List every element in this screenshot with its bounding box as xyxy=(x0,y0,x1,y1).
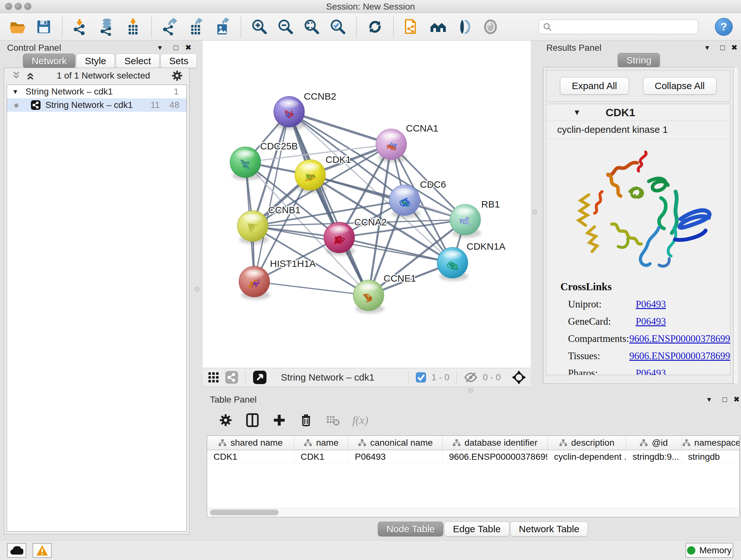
import-table-button[interactable] xyxy=(124,17,142,36)
column-header-database-identifier[interactable]: database identifier xyxy=(443,436,548,450)
memory-button[interactable]: Memory xyxy=(685,543,733,558)
tab-select[interactable]: Select xyxy=(116,54,159,68)
gear-icon[interactable] xyxy=(218,413,233,428)
column-header-name[interactable]: name xyxy=(294,436,348,450)
birdseye-icon[interactable] xyxy=(512,370,526,385)
column-header-canonical-name[interactable]: canonical name xyxy=(348,436,443,450)
tab-node-table[interactable]: Node Table xyxy=(378,522,443,537)
tab-edge-table[interactable]: Edge Table xyxy=(444,522,509,537)
grid-view-icon[interactable] xyxy=(207,371,220,384)
function-builder-button[interactable]: f(x) xyxy=(352,414,368,427)
table-cell[interactable]: CDK1 xyxy=(294,450,348,463)
network-graph[interactable]: CCNB2CCNA1CDC25BCDK1CDC6RB1CCNB1CCNA2CDK… xyxy=(203,41,531,368)
expand-all-icon[interactable] xyxy=(25,71,36,80)
table-hscrollbar[interactable] xyxy=(207,508,739,516)
delete-column-icon[interactable] xyxy=(299,413,313,428)
node-CCNE1[interactable] xyxy=(353,280,385,314)
tab-style[interactable]: Style xyxy=(76,54,115,68)
panel-float-icon[interactable]: □ xyxy=(720,43,725,52)
panel-menu-icon[interactable]: ▾ xyxy=(707,395,711,404)
gene-section-header[interactable]: ▼ CDK1 xyxy=(546,104,730,121)
tab-string[interactable]: String xyxy=(618,53,660,68)
node-CDC25B[interactable] xyxy=(230,147,261,180)
warnings-button[interactable] xyxy=(32,543,52,558)
edge-CCNB2-CCNA1[interactable] xyxy=(289,112,391,144)
results-scrollbar[interactable] xyxy=(733,68,738,383)
vertical-splitter-handle[interactable] xyxy=(195,287,199,292)
node-CDK1[interactable] xyxy=(295,160,326,193)
node-HIST1H1A[interactable] xyxy=(239,266,270,300)
zoom-in-button[interactable] xyxy=(250,17,269,36)
zoom-out-button[interactable] xyxy=(276,17,295,36)
add-column-icon[interactable] xyxy=(272,413,286,428)
import-network-button[interactable] xyxy=(71,17,90,36)
edge-HIST1H1A-CCNE1[interactable] xyxy=(254,282,368,295)
collapse-all-icon[interactable] xyxy=(11,71,22,80)
table-cell[interactable]: cyclin-dependent ... xyxy=(548,450,626,463)
crosslink-link[interactable]: P06493 xyxy=(636,316,666,327)
horizontal-splitter-handle[interactable] xyxy=(468,388,473,393)
node-CDKN1A[interactable] xyxy=(437,247,468,281)
panel-menu-icon[interactable]: ▾ xyxy=(705,43,709,52)
panel-close-icon[interactable]: ✖ xyxy=(731,43,738,52)
table-cell[interactable]: 9606.ENSP00000378699 xyxy=(443,450,548,463)
expand-all-button[interactable]: Expand All xyxy=(560,77,629,95)
panel-float-icon[interactable]: □ xyxy=(174,43,179,52)
selected-checkbox-icon[interactable] xyxy=(415,372,426,383)
delete-table-icon[interactable] xyxy=(326,413,340,428)
tab-sets[interactable]: Sets xyxy=(160,54,197,68)
zoom-fit-button[interactable] xyxy=(302,17,321,36)
vertical-splitter-handle[interactable] xyxy=(532,209,537,214)
panel-menu-icon[interactable]: ▾ xyxy=(158,43,162,52)
network-canvas[interactable]: CCNB2CCNA1CDC25BCDK1CDC6RB1CCNB1CCNA2CDK… xyxy=(203,41,531,368)
export-table-button[interactable] xyxy=(187,17,205,36)
node-CDC6[interactable] xyxy=(389,185,421,219)
crosslink-link[interactable]: 9606.ENSP00000378699 xyxy=(629,333,730,345)
column-header-shared-name[interactable]: shared name xyxy=(207,436,294,450)
detach-view-icon[interactable] xyxy=(253,370,267,384)
network-collection-row[interactable]: ▼ String Network – cdk1 1 xyxy=(7,85,186,98)
tab-network[interactable]: Network xyxy=(23,54,75,68)
network-view-icon[interactable] xyxy=(225,371,239,384)
node-CCNA1[interactable] xyxy=(376,129,407,163)
export-network-button[interactable] xyxy=(161,17,179,36)
table-cell[interactable]: P06493 xyxy=(348,450,443,463)
hscrollbar-thumb[interactable] xyxy=(210,509,279,515)
home-button[interactable] xyxy=(429,17,448,36)
node-CCNB1[interactable] xyxy=(238,211,269,244)
column-header-description[interactable]: description xyxy=(548,436,626,450)
tab-network-table[interactable]: Network Table xyxy=(510,522,588,537)
collapse-all-button[interactable]: Collapse All xyxy=(643,77,717,95)
export-image-button[interactable] xyxy=(213,17,232,36)
column-header-@id[interactable]: @id xyxy=(626,436,682,450)
network-row-selected[interactable]: ● String Network – cdk1 11 48 xyxy=(7,98,186,112)
graphics-details-button[interactable] xyxy=(455,17,474,36)
panel-float-icon[interactable]: □ xyxy=(723,395,727,404)
cloud-status-button[interactable] xyxy=(7,543,26,558)
crosslink-link[interactable]: P06493 xyxy=(636,299,666,310)
table-cell[interactable]: stringdb:9... xyxy=(626,450,682,463)
refresh-button[interactable] xyxy=(366,17,384,36)
hidden-eye-icon[interactable] xyxy=(464,372,478,383)
search-input[interactable] xyxy=(539,19,698,34)
open-file-button[interactable] xyxy=(8,17,27,36)
preview-toggle-button[interactable] xyxy=(481,17,500,36)
panel-close-icon[interactable]: ✖ xyxy=(733,395,740,404)
table-row[interactable]: CDK1CDK1P064939606.ENSP00000378699cyclin… xyxy=(207,450,739,464)
help-button[interactable]: ? xyxy=(715,18,733,36)
panel-close-icon[interactable]: ✖ xyxy=(185,43,192,52)
crosslink-link[interactable]: P06493 xyxy=(636,368,666,375)
gear-icon[interactable] xyxy=(171,69,184,82)
section-caret-icon[interactable]: ▼ xyxy=(573,108,581,117)
column-header-namespace[interactable]: namespace xyxy=(682,436,740,450)
node-CCNB2[interactable] xyxy=(274,97,305,130)
select-columns-icon[interactable] xyxy=(245,413,260,428)
tree-caret-icon[interactable]: ▼ xyxy=(12,88,18,96)
node-CCNA2[interactable] xyxy=(324,222,355,256)
node-RB1[interactable] xyxy=(450,204,481,238)
network-from-file-button[interactable] xyxy=(403,17,421,36)
table-cell[interactable]: stringdb xyxy=(682,450,740,463)
import-database-button[interactable] xyxy=(98,17,116,36)
crosslink-link[interactable]: 9606.ENSP00000378699 xyxy=(629,350,730,362)
save-session-button[interactable] xyxy=(35,17,53,36)
